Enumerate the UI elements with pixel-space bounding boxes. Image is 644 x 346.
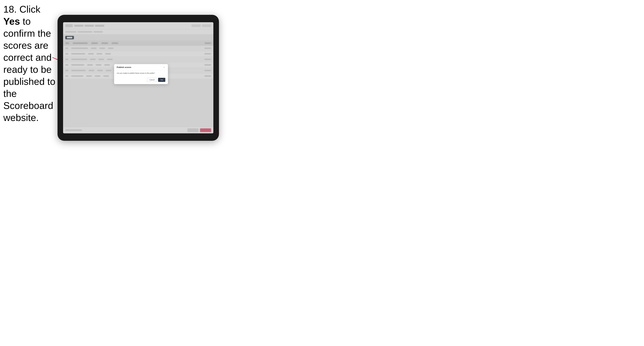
- text-prefix: Click: [17, 4, 40, 15]
- step-number: 18.: [3, 4, 17, 15]
- tablet-device: Publish scores × Are you ready to publis…: [58, 15, 219, 141]
- bold-word: Yes: [3, 16, 20, 27]
- publish-scores-dialog: Publish scores × Are you ready to publis…: [114, 64, 168, 84]
- modal-footer: Cancel Yes: [114, 76, 168, 84]
- modal-close-button[interactable]: ×: [163, 66, 165, 69]
- modal-message: Are you ready to publish these scores to…: [117, 72, 165, 74]
- modal-cancel-button[interactable]: Cancel: [147, 78, 157, 82]
- modal-yes-button[interactable]: Yes: [158, 78, 165, 82]
- tablet-screen: Publish scores × Are you ready to publis…: [63, 22, 213, 133]
- modal-title: Publish scores: [117, 66, 131, 68]
- instruction-text: 18. Click Yes to confirm the scores are …: [3, 3, 57, 124]
- text-suffix: to confirm the scores are correct and re…: [3, 16, 55, 123]
- modal-header: Publish scores ×: [114, 64, 168, 70]
- modal-body: Are you ready to publish these scores to…: [114, 70, 168, 76]
- modal-overlay: Publish scores × Are you ready to publis…: [63, 22, 213, 133]
